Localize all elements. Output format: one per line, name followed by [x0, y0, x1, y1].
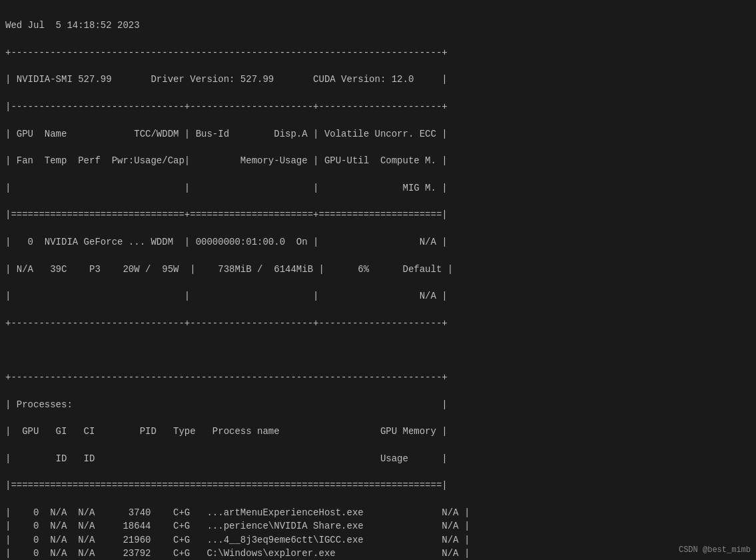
nvidia-smi-info: | NVIDIA-SMI 527.99 Driver Version: 527.…: [5, 74, 448, 85]
terminal-output: Wed Jul 5 14:18:52 2023 +---------------…: [5, 5, 751, 506]
process-row: | 0 N/A N/A 21960 C+G ...4__8j3eq9eme6ct…: [5, 535, 470, 545]
proc-label: | Processes: |: [5, 399, 448, 410]
process-list: | 0 N/A N/A 3740 C+G ...artMenuExperienc…: [5, 506, 751, 560]
process-row: | 0 N/A N/A 23792 C+G C:\Windows\explore…: [5, 548, 470, 559]
gpu-row3: | | | N/A |: [5, 291, 448, 301]
col-header2: | Fan Temp Perf Pwr:Usage/Cap| Memory-Us…: [5, 155, 448, 166]
proc-col-header1: | GPU GI CI PID Type Process name GPU Me…: [5, 426, 448, 437]
proc-border-top: +---------------------------------------…: [5, 372, 448, 383]
process-row: | 0 N/A N/A 18644 C+G ...perience\NVIDIA…: [5, 521, 470, 531]
gpu-row2: | N/A 39C P3 20W / 95W | 738MiB / 6144Mi…: [5, 264, 453, 275]
timestamp: Wed Jul 5 14:18:52 2023: [5, 20, 140, 31]
watermark: CSDN @best_mimb: [679, 545, 751, 555]
process-row: | 0 N/A N/A 3740 C+G ...artMenuExperienc…: [5, 507, 470, 518]
header-separator2: |===============================+=======…: [5, 209, 448, 220]
gpu-footer: +-------------------------------+-------…: [5, 318, 448, 329]
proc-col-header2: | ID ID Usage |: [5, 453, 448, 464]
col-header3: | | | MIG M. |: [5, 183, 448, 193]
col-header1: | GPU Name TCC/WDDM | Bus-Id Disp.A | Vo…: [5, 129, 448, 139]
header-separator1: |-------------------------------+-------…: [5, 101, 448, 112]
proc-separator: |=======================================…: [5, 480, 448, 491]
header-border-top: +---------------------------------------…: [5, 47, 448, 58]
gpu-row1: | 0 NVIDIA GeForce ... WDDM | 00000000:0…: [5, 237, 448, 247]
